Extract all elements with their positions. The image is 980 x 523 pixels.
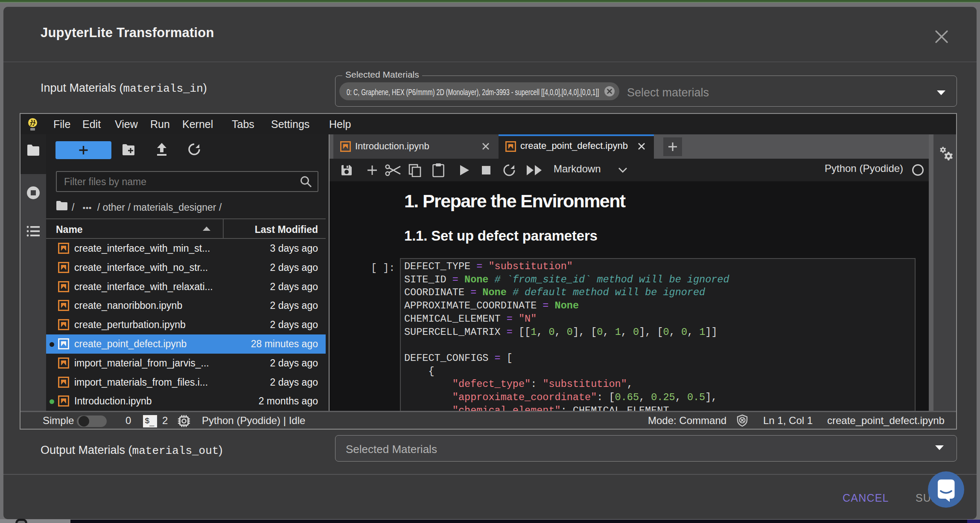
svg-text:$: $ [145, 416, 149, 426]
svg-text:_: _ [149, 418, 155, 427]
